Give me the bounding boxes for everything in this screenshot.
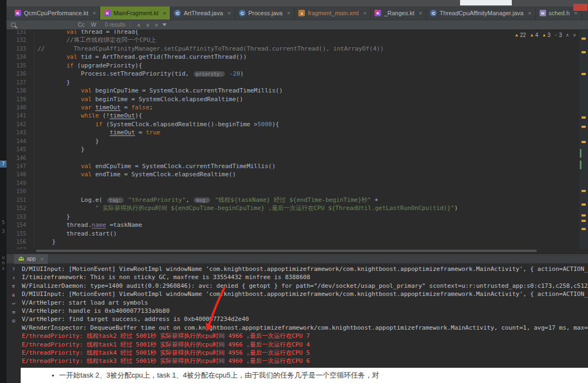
scroll-up-icon[interactable]: ↑ [12,265,15,271]
editor-tab[interactable]: xfragment_main.xml× [295,7,371,20]
tab-close-icon[interactable]: × [528,10,531,16]
stripe-mark[interactable] [581,141,586,143]
tab-close-icon[interactable]: × [419,10,422,16]
whole-words-toggle[interactable]: W [90,22,97,28]
tab-close-icon[interactable]: × [287,10,290,16]
code-line[interactable]: val thread = Thread{ [38,30,578,36]
code-line[interactable]: } [38,137,578,145]
code-line[interactable] [38,179,578,187]
scroll-down-icon[interactable]: ↓ [12,274,15,280]
stripe-mark[interactable] [581,203,586,206]
code-editor[interactable]: 1311321331341351361371381391401411421431… [7,30,588,249]
code-line[interactable]: " 实际获得执行的cpu时间 ${endCpuTime-beginCpuTime… [38,204,578,212]
search-results-count: 0 results [105,22,126,28]
code-line[interactable] [38,154,578,162]
line-number: 157 [7,246,30,249]
stripe-mark[interactable] [581,51,586,53]
code-line[interactable]: val beginCpuTime = SystemClock.currentTh… [38,87,578,95]
android-icon [19,257,24,261]
search-input[interactable] [20,22,72,28]
editor-tab[interactable]: KQcmCpuPerformance.kt× [11,7,100,20]
horizontal-scrollbar[interactable] [36,250,537,252]
editor-tab[interactable]: KMainFragment.kt× [100,7,170,20]
tab-label: fragment_main.xml [308,10,359,16]
previous-occurrence-icon[interactable]: ∧ [137,22,140,28]
match-case-toggle[interactable]: Cc [77,22,85,28]
code-line[interactable]: val beginTime = SystemClock.elapsedRealt… [38,95,578,103]
code-line[interactable]: timeOut = true [38,128,578,137]
java-file-icon: C [239,10,246,16]
code-line[interactable]: thread.start() [38,230,578,238]
find-nav-icons: ∧∨≡ [137,22,157,28]
code-line[interactable]: val endCpuTime = SystemClock.currentThre… [38,162,578,170]
editor-tab[interactable]: CProcess.java× [235,7,295,20]
scroll-to-top-icon[interactable]: ⇈ [12,283,15,289]
editor-tab[interactable]: CArtThread.java× [170,7,235,20]
stripe-mark[interactable] [581,116,586,119]
code-line[interactable]: val endTime = SystemClock.elapsedRealtim… [38,170,578,178]
code-line[interactable]: if (SystemClock.elapsedRealtime()-beginT… [38,120,578,128]
stripe-mark[interactable] [581,38,586,40]
code-line[interactable]: } [38,213,578,221]
code-line[interactable]: while (!timeOut){ [38,112,578,120]
code-line[interactable]: } [38,238,578,246]
titlebar-red-button[interactable] [573,4,587,11]
prev-problem-icon[interactable]: ∧ [566,33,569,38]
code-line[interactable]: } [38,145,578,153]
scroll-to-end-icon[interactable]: ⇊ [12,292,15,298]
stripe-mark[interactable] [581,190,586,192]
code-line[interactable]: var timeOut = false; [38,103,578,112]
java-file-icon: C [174,10,181,16]
tab-close-icon[interactable]: × [93,10,96,16]
inspection-count: 3 [547,32,550,38]
stripe-mark[interactable] [581,73,586,75]
find-options-icon[interactable]: ≡ [155,22,158,28]
tab-close-icon[interactable]: × [163,10,166,16]
stripe-mark[interactable] [581,228,586,230]
toolbar-separator [130,22,130,28]
stripe-mark[interactable] [581,214,586,217]
line-number: 134 [7,53,30,61]
tab-close-icon[interactable]: × [228,10,231,16]
logcat-app-tab[interactable]: app × [14,254,48,264]
code-line[interactable]: } [38,78,578,87]
print-icon[interactable]: ≡ [12,309,15,315]
code-line[interactable]: Log.e( tag: "threadPriority", msg: "线程${… [38,196,578,204]
logcat-console[interactable]: ↑↓⇈⇊↩≡⊘ D/MIUIInput: [MotionEvent] ViewR… [7,264,588,368]
tab-close-icon[interactable]: × [40,256,44,262]
error-stripe[interactable] [579,30,588,249]
document-note-strip: • 一开始task 2、3被分配cpu上，task 1、4被分配在cpu5上，由… [21,368,588,383]
line-number: 133 [7,45,30,53]
code-line[interactable]: thread.name =taskName [38,221,578,229]
next-problem-icon[interactable]: ∨ [573,33,576,38]
inspection-icon: ▲ [514,33,519,38]
stripe-mark[interactable] [581,220,586,222]
editor-tab[interactable]: CThreadCpuAffinityManager.java× [426,7,535,20]
inspection-badge: ✓3 [554,32,562,38]
stripe-mark[interactable] [580,160,581,169]
clear-console-icon[interactable]: ⊘ [12,318,15,324]
next-occurrence-icon[interactable]: ∨ [146,22,150,28]
line-number: 138 [7,87,30,95]
edge-glyph: 5 [0,219,7,226]
log-line: E/threadPriority: 线程task3 经过 5001秒 实际获得执… [22,357,588,365]
code-line[interactable]: val tid = ArtThread.getTid(Thread.curren… [38,53,578,61]
code-line[interactable]: //将工作线程绑定在同一个CPU上 [38,36,578,44]
stripe-mark[interactable] [581,126,586,128]
code-line[interactable] [38,246,578,249]
soft-wrap-icon[interactable]: ↩ [12,300,15,306]
filter-icon[interactable] [162,23,167,26]
stripe-mark[interactable] [580,149,581,158]
code-line[interactable]: // ThreadCpuAffinityManager.setCpuAffini… [38,45,578,53]
log-output[interactable]: D/MIUIInput: [MotionEvent] ViewRootImpl … [22,265,588,366]
editor-tab[interactable]: K_Ranges.kt× [371,7,426,20]
tab-label: sched.h [549,10,570,16]
log-line: I/timizeframework: This is non sticky GC… [22,273,588,281]
code-area[interactable]: val thread = Thread{ //将工作线程绑定在同一个CPU上//… [34,30,578,249]
code-line[interactable] [38,187,578,195]
inspection-badge: ▲22 [514,32,526,38]
tab-close-icon[interactable]: × [363,10,366,16]
code-line[interactable]: if (upgradePriority){ [38,61,578,70]
code-line[interactable]: Process.setThreadPriority(tid, priority:… [38,70,578,78]
inspections-widget[interactable]: ▲22▲4▲3✓3 ∧ ∨ [514,32,576,38]
